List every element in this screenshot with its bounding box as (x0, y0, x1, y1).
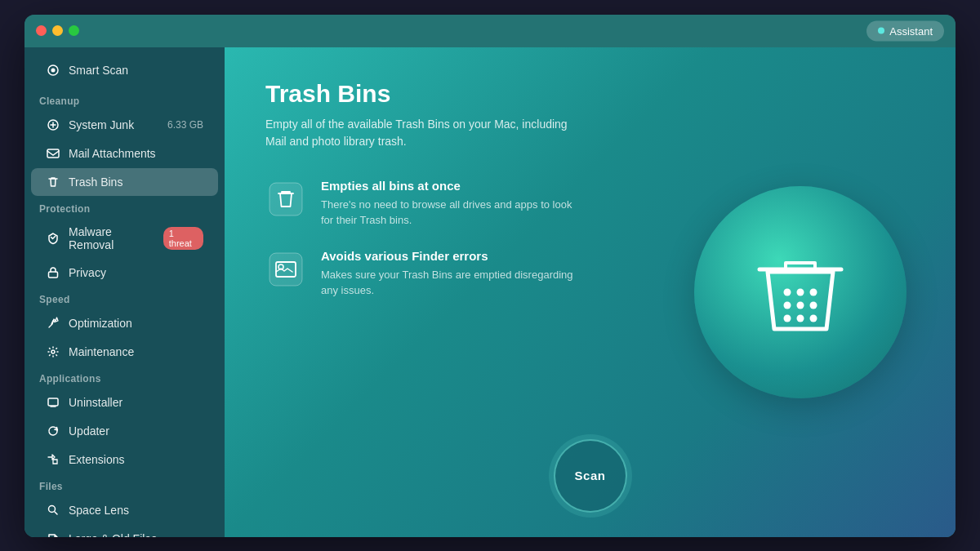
sidebar-item-label: Smart Scan (69, 64, 128, 77)
assistant-button[interactable]: Assistant (866, 20, 944, 41)
smart-scan-icon (46, 63, 60, 78)
section-files: Files (24, 474, 225, 495)
svg-rect-6 (48, 398, 58, 406)
svg-point-19 (784, 314, 791, 322)
section-protection: Protection (24, 197, 225, 218)
sidebar-item-label: Privacy (69, 266, 106, 279)
sidebar-item-privacy[interactable]: Privacy (31, 259, 218, 287)
sidebar-item-malware-removal[interactable]: Malware Removal 1 threat (31, 219, 218, 258)
sidebar-item-label: Extensions (69, 453, 124, 466)
sidebar-item-trash-bins[interactable]: Trash Bins (31, 168, 218, 196)
space-lens-icon (46, 503, 60, 518)
privacy-icon (46, 265, 60, 280)
sidebar-item-uninstaller[interactable]: Uninstaller (31, 389, 218, 416)
svg-rect-4 (49, 272, 58, 278)
svg-point-21 (810, 314, 817, 322)
svg-point-1 (51, 68, 56, 72)
sidebar-item-system-junk[interactable]: System Junk 6.33 GB (31, 111, 218, 139)
scan-label: Scan (575, 469, 606, 482)
sidebar-item-extensions[interactable]: Extensions (31, 446, 218, 473)
malware-threat-badge: 1 threat (163, 227, 203, 250)
svg-point-5 (51, 350, 55, 353)
page-title: Trash Bins (265, 80, 915, 108)
sidebar-item-label: Uninstaller (69, 396, 122, 409)
sidebar-item-label: Mail Attachments (69, 147, 156, 160)
system-junk-size-badge: 6.33 GB (167, 119, 203, 131)
assistant-label: Assistant (889, 24, 933, 37)
sidebar-item-updater[interactable]: Updater (31, 417, 218, 445)
content-header: Trash Bins Empty all of the available Tr… (265, 80, 915, 150)
sidebar-item-space-lens[interactable]: Space Lens (31, 496, 218, 524)
section-speed: Speed (24, 287, 225, 309)
sidebar-item-smart-scan[interactable]: Smart Scan (31, 56, 218, 84)
page-subtitle: Empty all of the available Trash Bins on… (265, 116, 576, 150)
feature-icon-trash (265, 179, 306, 220)
sidebar-item-maintenance[interactable]: Maintenance (31, 338, 218, 366)
svg-rect-3 (47, 149, 59, 158)
malware-icon (46, 231, 60, 246)
svg-point-13 (784, 288, 791, 295)
svg-point-16 (784, 301, 791, 309)
feature-text-empties-bins: Empties all bins at once There's no need… (321, 179, 582, 229)
sidebar-item-label: Updater (69, 424, 109, 438)
svg-rect-9 (270, 183, 302, 216)
svg-point-17 (797, 301, 804, 309)
svg-point-18 (810, 301, 817, 309)
sidebar-item-label: Maintenance (69, 345, 134, 358)
sidebar: Smart Scan Cleanup System Junk 6.33 GB (24, 47, 225, 537)
feature-text-avoids-errors: Avoids various Finder errors Makes sure … (321, 249, 582, 299)
sidebar-item-large-old-files[interactable]: Large & Old Files (31, 525, 218, 537)
minimize-button[interactable] (52, 25, 63, 36)
trash-bins-icon (46, 175, 60, 189)
uninstaller-icon (46, 395, 60, 410)
main-layout: Smart Scan Cleanup System Junk 6.33 GB (24, 47, 956, 537)
maintenance-icon (46, 344, 60, 359)
sidebar-item-label: Malware Removal (69, 225, 155, 251)
sidebar-item-label: System Junk (69, 118, 134, 131)
sidebar-item-optimization[interactable]: Optimization (31, 309, 218, 337)
feature-desc: There's no need to browse all drives and… (321, 197, 582, 229)
svg-point-20 (797, 314, 804, 322)
svg-point-7 (49, 505, 56, 512)
svg-point-14 (797, 288, 804, 295)
title-bar: Assistant (24, 15, 956, 47)
maximize-button[interactable] (69, 25, 79, 36)
sidebar-item-mail-attachments[interactable]: Mail Attachments (31, 140, 218, 167)
optimization-icon (46, 316, 60, 331)
mail-icon (46, 146, 60, 161)
feature-heading: Empties all bins at once (321, 179, 582, 193)
sidebar-item-label: Trash Bins (69, 176, 122, 189)
traffic-lights (36, 25, 79, 36)
large-files-icon (46, 531, 60, 537)
scan-button[interactable]: Scan (554, 439, 627, 513)
updater-icon (46, 424, 60, 438)
svg-point-15 (810, 288, 817, 295)
app-window: Assistant Smart Scan Cleanup (24, 15, 956, 537)
close-button[interactable] (36, 25, 47, 36)
main-content: Trash Bins Empty all of the available Tr… (225, 47, 956, 537)
trash-large-illustration (694, 186, 906, 398)
assistant-dot-icon (878, 28, 884, 34)
scan-button-wrap: Scan (554, 439, 627, 513)
sidebar-item-label: Space Lens (69, 504, 129, 517)
sidebar-item-label: Optimization (69, 317, 132, 330)
feature-icon-finder (265, 249, 306, 290)
feature-desc: Makes sure your Trash Bins are emptied d… (321, 267, 582, 299)
system-junk-icon (46, 118, 60, 132)
section-cleanup: Cleanup (24, 89, 225, 110)
sidebar-item-label: Large & Old Files (69, 532, 157, 537)
feature-heading: Avoids various Finder errors (321, 249, 582, 263)
extensions-icon (46, 452, 60, 467)
section-applications: Applications (24, 367, 225, 388)
